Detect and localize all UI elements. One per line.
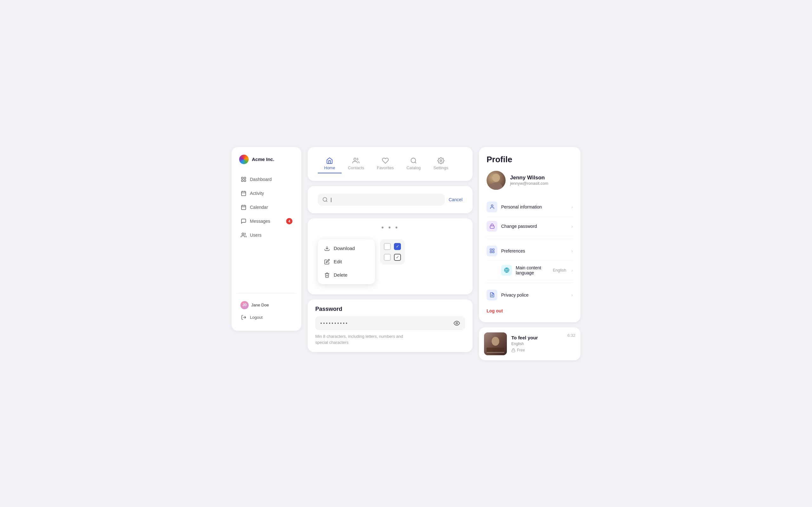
- sidebar: Acme Inc. Dashboard Activity Calendar: [232, 147, 301, 331]
- profile-menu-personal-info[interactable]: Personal information ›: [487, 198, 573, 217]
- contacts-icon: [352, 157, 359, 164]
- media-card[interactable]: To feel your English Free 6:32: [479, 327, 580, 360]
- sidebar-item-label: Dashboard: [250, 177, 272, 182]
- tab-favorites[interactable]: Favorites: [370, 155, 400, 173]
- password-card: Password •••••••••• Min 8 characters, in…: [308, 299, 473, 352]
- download-icon: [324, 245, 330, 251]
- profile-menu-privacy[interactable]: Privacy police ›: [487, 285, 573, 304]
- sidebar-item-activity[interactable]: Activity: [237, 187, 296, 200]
- sidebar-item-label: Activity: [250, 191, 264, 196]
- tab-catalog[interactable]: Catalog: [400, 155, 427, 173]
- sidebar-item-label: Calendar: [250, 205, 268, 210]
- language-value: English: [553, 268, 566, 273]
- svg-point-14: [354, 158, 356, 160]
- svg-rect-0: [241, 177, 243, 179]
- section-divider: [487, 239, 573, 239]
- context-menu: Download Edit Delete: [318, 239, 375, 284]
- tab-contacts[interactable]: Contacts: [342, 155, 370, 173]
- section-divider: [487, 283, 573, 283]
- tab-label: Contacts: [348, 165, 364, 170]
- logout-button[interactable]: Log out: [487, 304, 503, 315]
- svg-point-24: [492, 174, 500, 181]
- language-icon: [501, 265, 512, 276]
- media-title: To feel your: [511, 335, 563, 340]
- sidebar-item-dashboard[interactable]: Dashboard: [237, 173, 296, 186]
- sidebar-item-users[interactable]: Users: [237, 229, 296, 241]
- tab-bar: Home Contacts Favorites: [313, 152, 467, 176]
- avatar: [487, 171, 506, 190]
- catalog-icon: [410, 157, 417, 164]
- home-icon: [326, 157, 333, 164]
- context-menu-delete[interactable]: Delete: [318, 268, 375, 282]
- search-container: Cancel: [313, 191, 467, 208]
- svg-point-12: [242, 233, 244, 235]
- context-card: • • • Download Edit: [308, 218, 473, 294]
- sidebar-item-calendar[interactable]: Calendar: [237, 201, 296, 214]
- sidebar-user[interactable]: JD Jane Doe: [237, 298, 296, 312]
- context-menu-download[interactable]: Download: [318, 242, 375, 255]
- media-thumbnail: [484, 332, 507, 355]
- profile-menu-language[interactable]: Main content language English ›: [487, 261, 573, 280]
- chevron-icon: ›: [571, 224, 573, 229]
- dashboard-icon: [241, 176, 247, 182]
- checkbox-checked-outline-2[interactable]: ✓: [394, 254, 401, 261]
- preferences-icon: [487, 245, 497, 257]
- tab-label: Favorites: [377, 165, 394, 170]
- right-panel: Profile Jenny Wilson jennyw@ronasit.com …: [479, 147, 580, 360]
- profile-menu-label: Preferences: [501, 248, 567, 253]
- chevron-icon: ›: [571, 248, 573, 253]
- svg-point-21: [456, 322, 458, 324]
- sidebar-footer: JD Jane Doe Logout: [237, 293, 296, 323]
- svg-rect-3: [244, 180, 246, 181]
- sidebar-username: Jane Doe: [251, 302, 269, 307]
- profile-menu-label: Privacy police: [501, 292, 567, 297]
- profile-menu-change-password[interactable]: Change password ›: [487, 217, 573, 236]
- context-menu-item-label: Delete: [334, 272, 347, 278]
- tab-settings[interactable]: Settings: [427, 155, 455, 173]
- tab-label: Home: [324, 165, 335, 170]
- password-hint: Min 8 characters, including letters, num…: [315, 333, 465, 346]
- messages-badge: 4: [286, 218, 293, 224]
- context-menu-edit[interactable]: Edit: [318, 255, 375, 268]
- svg-line-19: [326, 201, 327, 202]
- checkbox-row-2: ✓: [384, 254, 401, 261]
- svg-rect-2: [241, 180, 243, 181]
- svg-point-23: [490, 182, 502, 190]
- avatar: JD: [241, 301, 249, 309]
- sidebar-item-messages[interactable]: Messages 4: [237, 215, 296, 228]
- change-password-icon: [487, 221, 497, 232]
- svg-rect-4: [241, 191, 246, 196]
- sidebar-item-label: Messages: [250, 219, 270, 224]
- checkbox-unchecked-2[interactable]: [384, 254, 391, 261]
- chevron-icon: ›: [571, 205, 573, 210]
- eye-icon[interactable]: [454, 320, 460, 326]
- logo-icon: [239, 155, 249, 164]
- tab-home[interactable]: Home: [318, 155, 342, 173]
- messages-icon: [241, 218, 247, 224]
- checkbox-row-1: ✓: [384, 243, 401, 250]
- svg-rect-38: [512, 350, 515, 352]
- tab-bar-card: Home Contacts Favorites: [308, 147, 473, 181]
- logout-item[interactable]: Logout: [237, 312, 296, 323]
- profile-menu-preferences[interactable]: Preferences ›: [487, 241, 573, 261]
- search-input-wrap[interactable]: [318, 193, 445, 206]
- svg-point-36: [492, 337, 499, 346]
- profile-card: Profile Jenny Wilson jennyw@ronasit.com …: [479, 147, 580, 322]
- svg-point-25: [491, 205, 493, 207]
- svg-rect-29: [490, 251, 492, 253]
- activity-icon: [241, 190, 247, 196]
- checkbox-checked-1[interactable]: ✓: [394, 243, 401, 250]
- dots-menu-trigger[interactable]: • • •: [313, 223, 467, 232]
- context-menu-item-label: Edit: [334, 259, 342, 264]
- profile-menu-label: Personal information: [501, 205, 567, 210]
- sidebar-logo-text: Acme Inc.: [252, 157, 274, 162]
- tab-label: Catalog: [406, 165, 420, 170]
- checkbox-unchecked-1[interactable]: [384, 243, 391, 250]
- sidebar-logo: Acme Inc.: [237, 155, 296, 164]
- tab-label: Settings: [433, 165, 448, 170]
- svg-rect-26: [490, 226, 494, 228]
- password-field-wrap: ••••••••••: [315, 316, 465, 330]
- profile-title: Profile: [487, 155, 573, 164]
- search-input[interactable]: [331, 197, 440, 202]
- cancel-button[interactable]: Cancel: [449, 197, 462, 202]
